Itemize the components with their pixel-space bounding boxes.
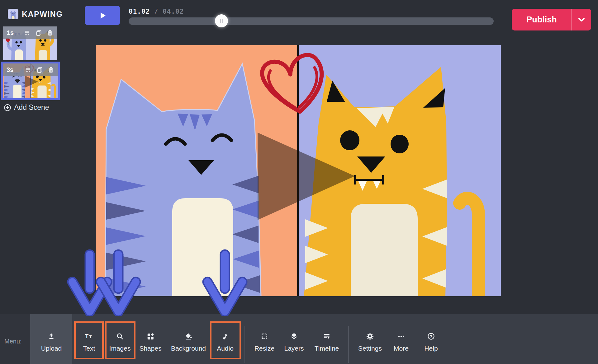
copy-icon[interactable] <box>36 67 43 73</box>
menu-item-label: Timeline <box>315 345 339 352</box>
time-display: 01.02 / 04.02 <box>129 8 184 15</box>
menu-item-shapes[interactable]: Shapes <box>133 314 168 364</box>
menu-item-label: Settings <box>358 345 382 352</box>
trash-icon[interactable] <box>47 30 53 36</box>
more-icon <box>397 332 405 341</box>
add-scene-button[interactable]: Add Scene <box>4 103 49 112</box>
trash-icon[interactable] <box>48 67 54 73</box>
layers-icon <box>290 332 298 341</box>
help-icon: ? <box>427 332 435 341</box>
settings-icon <box>366 332 374 341</box>
brand-name: KAPWING <box>22 10 63 19</box>
plus-circle-icon <box>4 104 11 111</box>
menu-item-label: More <box>394 345 409 352</box>
scene-duration: 1s <box>7 29 14 36</box>
menu-item-layers[interactable]: Layers <box>277 314 311 364</box>
background-icon <box>184 332 192 341</box>
publish-label: Publish <box>512 9 572 30</box>
current-time: 01.02 <box>129 8 150 15</box>
menu-item-label: Upload <box>41 345 62 352</box>
publish-button[interactable]: Publish <box>512 9 591 30</box>
video-canvas[interactable] <box>96 45 501 296</box>
menu-item-background[interactable]: Background <box>171 314 206 364</box>
menu-item-label: Shapes <box>139 345 161 352</box>
svg-text:?: ? <box>430 334 432 339</box>
menu-item-more[interactable]: More <box>384 314 418 364</box>
menu-item-label: Help <box>424 345 438 352</box>
copy-icon[interactable] <box>36 30 42 36</box>
scene-duration: 3s <box>7 66 13 73</box>
scene-thumbnail-1[interactable]: 1s <box>3 26 57 60</box>
seek-thumb[interactable] <box>215 14 228 27</box>
list-icon[interactable] <box>25 67 32 73</box>
upload-icon <box>47 332 55 341</box>
menu-item-timeline[interactable]: Timeline <box>310 314 344 364</box>
chevron-down-icon[interactable] <box>572 9 591 30</box>
scene-thumbnail-2-selected[interactable]: 3s <box>1 62 60 100</box>
scene-1-header: 1s <box>3 26 57 39</box>
highlight-box-images <box>105 321 135 359</box>
menu-item-label: Background <box>171 345 206 352</box>
play-button[interactable] <box>85 6 120 25</box>
menu-prefix-label: Menu: <box>4 338 22 345</box>
list-icon[interactable] <box>24 30 31 36</box>
menu-item-resize[interactable]: Resize <box>247 314 282 364</box>
menu-item-label: Resize <box>254 345 274 352</box>
timeline-icon <box>323 332 331 341</box>
menu-item-help[interactable]: ?Help <box>414 314 448 364</box>
total-time: 04.02 <box>163 8 184 15</box>
menu-divider <box>244 326 245 363</box>
highlight-box-audio <box>210 321 241 359</box>
resize-icon <box>260 332 268 341</box>
play-icon <box>101 12 106 19</box>
seek-bar[interactable] <box>129 17 494 25</box>
menu-divider <box>348 326 349 363</box>
menu-item-label: Layers <box>284 345 304 352</box>
kapwing-logo-icon[interactable] <box>8 9 18 19</box>
add-scene-label: Add Scene <box>14 103 49 112</box>
scene-transition-caret[interactable] <box>15 80 20 83</box>
menu-item-settings[interactable]: Settings <box>353 314 387 364</box>
scene-2-header: 3s <box>3 63 58 76</box>
menu-item-upload[interactable]: Upload <box>34 314 69 364</box>
highlight-box-text <box>74 321 104 359</box>
shapes-icon <box>146 332 154 341</box>
